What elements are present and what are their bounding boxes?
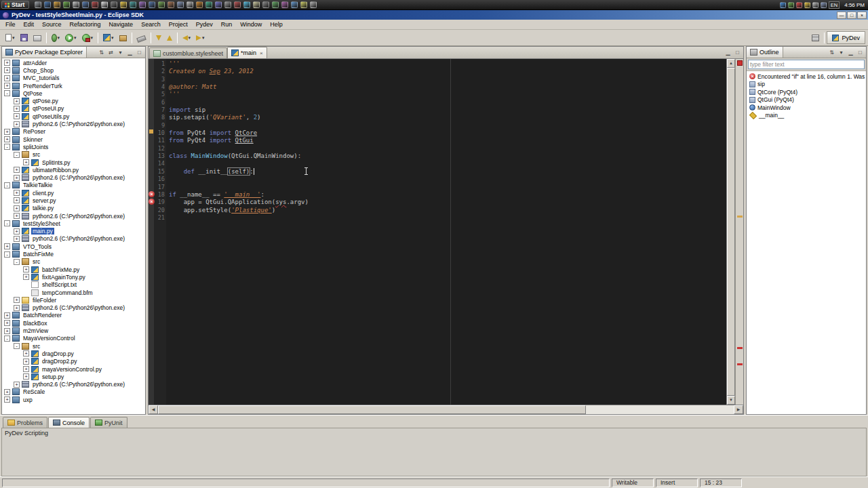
tree-item-tempcommand-bfm[interactable]: tempCommand.bfm: [2, 289, 145, 296]
expand-icon[interactable]: +: [14, 213, 20, 219]
tree-item-blackbox[interactable]: +BlackBox: [2, 319, 145, 327]
tree-item-filefolder[interactable]: +fileFolder: [2, 296, 145, 304]
expand-icon[interactable]: +: [4, 320, 10, 326]
view-tab-console[interactable]: Console: [48, 417, 90, 428]
outline-item-main[interactable]: __main__: [747, 112, 866, 120]
open-perspective-button[interactable]: [809, 31, 822, 45]
error-overview-mark[interactable]: [737, 347, 743, 349]
editor-tab-main[interactable]: *main×: [227, 47, 267, 58]
scroll-down-icon[interactable]: ▼: [727, 396, 735, 405]
outline-item-qtgui-pyqt4[interactable]: QtGui (PyQt4): [747, 96, 866, 104]
taskbar-shortcut-icon[interactable]: [54, 1, 60, 8]
taskbar-shortcut-icon[interactable]: [310, 1, 317, 8]
perspective-pydev-button[interactable]: PyDev: [827, 31, 865, 44]
tray-icon[interactable]: [780, 2, 786, 8]
taskbar-shortcut-icon[interactable]: [82, 1, 89, 8]
taskbar-shortcut-icon[interactable]: [234, 1, 241, 8]
minimize-window-button[interactable]: —: [837, 12, 846, 19]
scroll-left-icon[interactable]: ◀: [149, 405, 158, 414]
search-button[interactable]: [134, 31, 149, 45]
menu-project[interactable]: Project: [165, 20, 192, 28]
outline-menu-icon[interactable]: ▾: [837, 48, 846, 57]
code-line[interactable]: Created on Sep 23, 2012: [169, 68, 726, 75]
view-tab-pyunit[interactable]: PyUnit: [90, 417, 127, 428]
previous-annotation-button[interactable]: [164, 31, 175, 45]
maximize-window-button[interactable]: □: [847, 12, 856, 19]
expand-icon[interactable]: +: [14, 228, 20, 235]
menu-navigate[interactable]: Navigate: [105, 20, 138, 28]
maximize-editor-icon[interactable]: □: [733, 48, 742, 57]
link-with-editor-icon[interactable]: ⇄: [106, 48, 115, 57]
expand-icon[interactable]: +: [14, 167, 20, 173]
tree-item-python2-6-c-python26-python-exe[interactable]: +python2.6 (C:\Python26\python.exe): [2, 120, 145, 127]
sort-icon[interactable]: ⇅: [827, 48, 836, 57]
taskbar-shortcut-icon[interactable]: [149, 1, 155, 8]
taskbar-shortcut-icon[interactable]: [300, 1, 307, 8]
expand-icon[interactable]: +: [4, 396, 10, 403]
language-indicator[interactable]: EN: [829, 1, 840, 9]
taskbar-shortcut-icon[interactable]: [262, 1, 269, 8]
task-overview-mark[interactable]: [737, 216, 743, 218]
taskbar-shortcut-icon[interactable]: [63, 1, 70, 8]
tree-item-client-py[interactable]: +client.py: [2, 189, 145, 197]
annotation-gutter[interactable]: ××: [149, 59, 154, 405]
expand-icon[interactable]: +: [4, 389, 10, 395]
tree-item-talkie-py[interactable]: +talkie.py: [2, 205, 145, 212]
view-tab-problems[interactable]: Problems: [3, 417, 47, 428]
tree-item-dragdrop-py[interactable]: +dragDrop.py: [2, 350, 145, 357]
new-wizard-button[interactable]: ▾: [3, 31, 18, 45]
code-line[interactable]: [169, 145, 726, 152]
tree-item-chop-shop[interactable]: +Chop_Shop: [2, 66, 145, 74]
expand-icon[interactable]: +: [14, 297, 20, 303]
run-button[interactable]: ▾: [62, 31, 79, 45]
taskbar-shortcut-icon[interactable]: [196, 1, 203, 8]
collapse-icon[interactable]: -: [4, 336, 10, 342]
code-line[interactable]: from PyQt4 import QtCore: [169, 129, 726, 137]
taskbar-shortcut-icon[interactable]: [139, 1, 146, 8]
code-line[interactable]: import sip: [169, 106, 726, 114]
taskbar-shortcut-icon[interactable]: [92, 1, 98, 8]
tree-item-src[interactable]: -src: [2, 258, 145, 266]
code-line[interactable]: app = QtGui.QApplication(sys.argv): [169, 199, 726, 206]
new-pydev-package-button[interactable]: [117, 31, 130, 45]
taskbar-shortcut-icon[interactable]: [35, 1, 41, 8]
taskbar-shortcut-icon[interactable]: [120, 1, 127, 8]
hscroll-thumb[interactable]: [158, 405, 586, 414]
outline-item-qtcore-pyqt4[interactable]: QtCore (PyQt4): [747, 88, 866, 96]
tree-item-qtpose-py[interactable]: +qtPose.py: [2, 97, 145, 104]
taskbar-shortcut-icon[interactable]: [291, 1, 298, 8]
taskbar-shortcut-icon[interactable]: [186, 1, 193, 8]
tray-icon[interactable]: [812, 2, 818, 8]
tree-item-qtposeui-py[interactable]: +qtPoseUI.py: [2, 105, 145, 113]
tree-item-ultimateribbon-py[interactable]: +ultimateRibbon.py: [2, 166, 145, 174]
expand-icon[interactable]: +: [14, 305, 20, 311]
tray-icon[interactable]: [821, 2, 827, 8]
expand-icon[interactable]: +: [14, 98, 20, 104]
tree-item-python2-6-c-python26-python-exe[interactable]: +python2.6 (C:\Python26\python.exe): [2, 212, 145, 220]
line-number-ruler[interactable]: 123456789101112131415161718192021: [154, 59, 166, 405]
code-line[interactable]: ''': [169, 91, 726, 98]
expand-icon[interactable]: +: [14, 190, 20, 196]
expand-icon[interactable]: +: [4, 328, 10, 334]
taskbar-shortcut-icon[interactable]: [243, 1, 250, 8]
tree-item-uxp[interactable]: +uxp: [2, 396, 145, 403]
collapse-icon[interactable]: -: [14, 152, 20, 158]
tree-item-server-py[interactable]: +server.py: [2, 197, 145, 204]
tree-item-splitjoints[interactable]: -splitJoints: [2, 143, 145, 150]
expand-icon[interactable]: +: [4, 129, 10, 135]
code-line[interactable]: sip.setapi('QVariant', 2): [169, 114, 726, 121]
editor-tab-customblue-stylesheet[interactable]: customblue.stylesheet: [149, 47, 227, 58]
tree-item-qtposeutils-py[interactable]: +qtPoseUtils.py: [2, 113, 145, 120]
expand-icon[interactable]: +: [14, 197, 20, 203]
code-line[interactable]: class MainWindow(QtGui.QMainWindow):: [169, 152, 726, 160]
tree-item-mayaversioncontrol[interactable]: -MayaVersionControl: [2, 335, 145, 342]
tree-item-attradder[interactable]: +attrAdder: [2, 59, 145, 66]
expand-icon[interactable]: +: [23, 366, 29, 372]
expand-icon[interactable]: +: [23, 373, 29, 380]
expand-icon[interactable]: +: [4, 67, 10, 73]
tree-item-splitints-py[interactable]: +SplitInts.py: [2, 159, 145, 166]
taskbar-shortcut-icon[interactable]: [101, 1, 108, 8]
tray-icon[interactable]: [804, 2, 810, 8]
tree-item-src[interactable]: -src: [2, 151, 145, 159]
tree-item-batchfixme-py[interactable]: +batchFixMe.py: [2, 266, 145, 273]
